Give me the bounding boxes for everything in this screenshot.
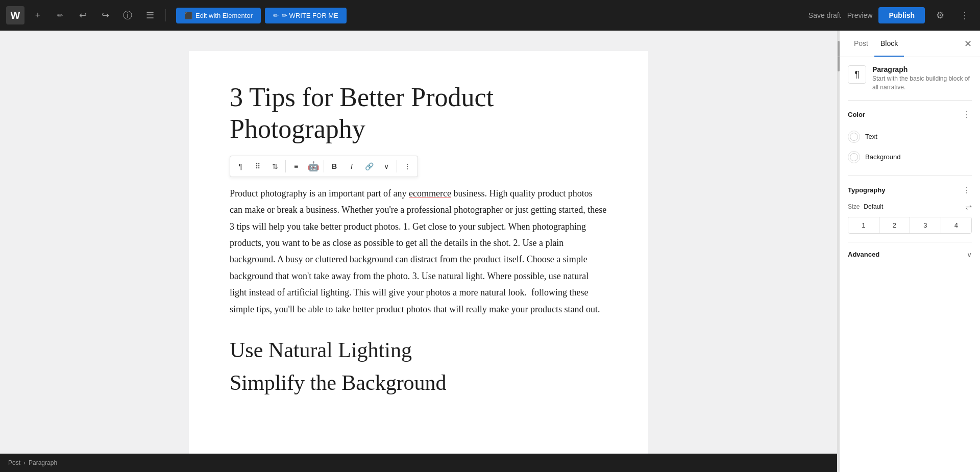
publish-button[interactable]: Publish	[878, 7, 925, 23]
color-section-header: Color ⋮	[848, 109, 972, 120]
sidebar-scrollbar[interactable]	[838, 31, 840, 472]
write-label: ✏ WRITE FOR ME	[282, 12, 338, 19]
heading-level-2-button[interactable]: 2	[879, 217, 911, 233]
toolbar-divider-2	[324, 160, 324, 172]
advanced-header[interactable]: Advanced ∨	[848, 251, 972, 259]
breadcrumb-separator: ›	[23, 459, 26, 466]
heading-level-4-button[interactable]: 4	[941, 217, 972, 233]
background-color-inner	[850, 153, 858, 161]
tools-button[interactable]: ✏	[51, 6, 69, 24]
arrows-icon: ⇅	[272, 162, 278, 170]
main-layout: 3 Tips for Better Product Photography ¶ …	[0, 31, 980, 472]
edit-with-elementor-button[interactable]: ⬛ Edit with Elementor	[176, 8, 261, 23]
settings-button[interactable]: ⚙	[931, 6, 949, 24]
align-button[interactable]: ≡	[288, 158, 304, 175]
breadcrumb-post[interactable]: Post	[8, 459, 20, 466]
section-heading[interactable]: Use Natural Lighting	[230, 338, 607, 362]
right-sidebar: Post Block ✕ ¶ Paragraph Start with the …	[837, 31, 980, 472]
add-block-button[interactable]: +	[29, 6, 47, 24]
partial-heading[interactable]: Simplify the Background	[230, 370, 607, 395]
emoji-icon: 🤖	[308, 161, 319, 172]
heading-level-3-button[interactable]: 3	[910, 217, 941, 233]
redo-button[interactable]: ↪	[96, 6, 114, 24]
elementor-label: Edit with Elementor	[195, 12, 253, 19]
color-section: Color ⋮ Text Background	[848, 101, 972, 176]
more-options-button[interactable]: ⋮	[955, 6, 974, 24]
editor-content[interactable]: 3 Tips for Better Product Photography ¶ …	[189, 51, 648, 462]
move-arrows-button[interactable]: ⇅	[267, 158, 283, 175]
elementor-icon: ⬛	[184, 12, 192, 19]
background-color-option[interactable]: Background	[848, 147, 972, 167]
advanced-section: Advanced ∨	[848, 242, 972, 267]
more-rich-text-button[interactable]: ∨	[378, 158, 395, 175]
typography-section-header: Typography ⋮	[848, 184, 972, 196]
wordpress-logo[interactable]: W	[6, 6, 24, 24]
link-button[interactable]: 🔗	[361, 158, 377, 175]
text-color-circle[interactable]	[848, 131, 860, 143]
tab-post[interactable]: Post	[848, 31, 874, 57]
size-row: Size Default ⇌	[848, 202, 972, 212]
text-color-option[interactable]: Text	[848, 127, 972, 147]
drag-handle-button[interactable]: ⠿	[250, 158, 266, 175]
editor-area[interactable]: 3 Tips for Better Product Photography ¶ …	[0, 31, 837, 472]
block-options-button[interactable]: ⋮	[399, 158, 415, 175]
breadcrumb: Post › Paragraph	[0, 454, 837, 472]
size-controls-icon[interactable]: ⇌	[965, 202, 972, 212]
text-color-label: Text	[865, 133, 877, 140]
sidebar-close-button[interactable]: ✕	[964, 38, 972, 49]
typography-more-button[interactable]: ⋮	[962, 184, 972, 196]
background-color-label: Background	[865, 153, 900, 161]
post-title[interactable]: 3 Tips for Better Product Photography	[230, 82, 607, 145]
block-type-description: Start with the basic building block of a…	[872, 74, 972, 92]
ecommerce-link[interactable]: ecommerce	[409, 188, 451, 198]
post-body[interactable]: Product photography is an important part…	[230, 185, 607, 317]
block-info-text: Paragraph Start with the basic building …	[872, 65, 972, 92]
toolbar-right: Save draft Preview Publish ⚙ ⋮	[808, 6, 974, 24]
breadcrumb-current: Paragraph	[29, 459, 57, 466]
block-type-icon: ¶	[848, 65, 866, 84]
heading-levels: 1 2 3 4	[848, 217, 972, 234]
color-section-title: Color	[848, 111, 865, 118]
toolbar-divider-3	[397, 160, 397, 172]
sidebar-content: ¶ Paragraph Start with the basic buildin…	[838, 57, 980, 267]
text-color-inner	[850, 133, 858, 141]
advanced-chevron-icon: ∨	[967, 251, 972, 259]
background-color-circle[interactable]	[848, 151, 860, 163]
toolbar-divider-1	[165, 9, 166, 21]
size-value: Default	[864, 203, 883, 210]
write-icon: ✏	[273, 12, 279, 19]
preview-button[interactable]: Preview	[847, 11, 873, 19]
block-toolbar: ¶ ⠿ ⇅ ≡ 🤖 B I 🔗	[230, 156, 418, 177]
sidebar-tabs: Post Block ✕	[838, 31, 980, 57]
tab-block[interactable]: Block	[874, 31, 904, 57]
heading-level-1-button[interactable]: 1	[848, 217, 879, 233]
top-toolbar: W + ✏ ↩ ↪ ⓘ ☰ ⬛ Edit with Elementor ✏ ✏ …	[0, 0, 980, 31]
drag-icon: ⠿	[255, 162, 260, 170]
link-icon: 🔗	[365, 162, 374, 170]
undo-button[interactable]: ↩	[74, 6, 92, 24]
emoji-button[interactable]: 🤖	[305, 158, 322, 175]
color-more-button[interactable]: ⋮	[962, 109, 972, 120]
write-for-me-button[interactable]: ✏ ✏ WRITE FOR ME	[265, 8, 347, 23]
toolbar-divider	[285, 160, 286, 172]
advanced-title: Advanced	[848, 251, 879, 258]
block-info: ¶ Paragraph Start with the basic buildin…	[848, 57, 972, 101]
paragraph-icon: ¶	[238, 162, 242, 170]
align-icon: ≡	[294, 162, 298, 170]
list-view-button[interactable]: ☰	[141, 6, 159, 24]
bold-button[interactable]: B	[326, 158, 342, 175]
save-draft-button[interactable]: Save draft	[808, 11, 841, 19]
block-type-name: Paragraph	[872, 65, 972, 73]
paragraph-type-button[interactable]: ¶	[232, 158, 249, 175]
italic-button[interactable]: I	[344, 158, 360, 175]
size-label: Size	[848, 203, 860, 210]
info-button[interactable]: ⓘ	[118, 6, 137, 24]
typography-section: Typography ⋮ Size Default ⇌ 1 2 3 4	[848, 176, 972, 242]
typography-section-title: Typography	[848, 186, 885, 194]
